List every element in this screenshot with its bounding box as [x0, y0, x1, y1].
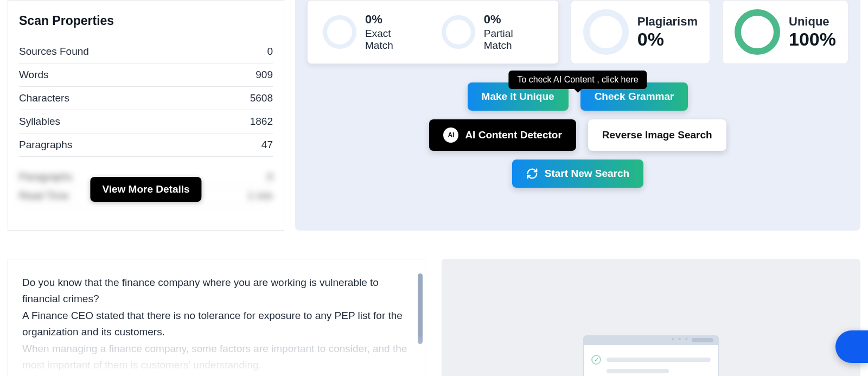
content-paragraph: When managing a finance company, some fa… — [22, 341, 411, 374]
check-icon: ✓ — [591, 355, 601, 365]
scan-properties-title: Scan Properties — [19, 14, 273, 28]
prop-label: Paragraphs — [19, 139, 72, 151]
blurred-value: 1 min — [248, 190, 273, 202]
partial-match-stat: 0% Partial Match — [442, 12, 543, 52]
progress-ring-icon — [442, 15, 475, 49]
progress-ring-icon — [583, 9, 629, 55]
result-placeholder-panel: ✓ — [442, 259, 860, 376]
exact-match-stat: 0% Exact Match — [323, 12, 421, 52]
browser-mock-illustration: ✓ — [583, 335, 719, 376]
refresh-icon — [526, 168, 538, 180]
ai-detector-tooltip: To check AI Content , click here — [508, 71, 647, 89]
plagiarism-label: Plagiarism — [637, 15, 698, 29]
reverse-image-search-button[interactable]: Reverse Image Search — [588, 119, 726, 151]
blurred-value: 0 — [267, 171, 273, 183]
ai-content-detector-button[interactable]: AI AI Content Detector — [429, 119, 576, 151]
start-new-search-button[interactable]: Start New Search — [512, 160, 643, 188]
view-more-details-button[interactable]: View More Details — [90, 177, 201, 202]
content-text-panel[interactable]: Do you know that the finance company whe… — [8, 259, 425, 376]
prop-label: Syllables — [19, 116, 60, 128]
prop-row-sources: Sources Found 0 — [19, 40, 273, 63]
blurred-label: Paragraphs — [19, 171, 72, 183]
scan-properties-panel: Scan Properties Sources Found 0 Words 90… — [8, 0, 284, 231]
match-card: 0% Exact Match 0% Partial Match — [307, 0, 559, 64]
content-paragraph: Do you know that the finance company whe… — [22, 275, 411, 308]
prop-value: 5608 — [250, 92, 273, 104]
prop-row-paragraphs: Paragraphs 47 — [19, 133, 273, 157]
content-paragraph: A Finance CEO stated that there is no to… — [22, 308, 411, 341]
prop-value: 47 — [261, 139, 273, 151]
actions-area: Make it Unique Check Grammar To check AI… — [307, 82, 848, 188]
prop-label: Words — [19, 69, 49, 81]
ai-icon: AI — [443, 128, 458, 143]
prop-value: 1862 — [250, 116, 273, 128]
chat-bubble-button[interactable] — [835, 330, 868, 363]
prop-row-syllables: Syllables 1862 — [19, 110, 273, 133]
exact-match-label: Exact Match — [365, 28, 421, 52]
prop-row-characters: Characters 5608 — [19, 87, 273, 110]
prop-row-words: Words 909 — [19, 63, 273, 87]
locked-details-zone: Paragraphs 0 Read Time 1 min View More D… — [19, 168, 273, 211]
scrollbar-thumb[interactable] — [418, 273, 423, 344]
start-new-label: Start New Search — [545, 168, 629, 180]
ai-detector-label: AI Content Detector — [465, 129, 561, 141]
plagiarism-pct: 0% — [637, 29, 698, 50]
exact-match-pct: 0% — [365, 12, 421, 27]
partial-match-label: Partial Match — [484, 28, 543, 52]
results-area: 0% Exact Match 0% Partial Match Plagiari… — [295, 0, 860, 231]
plagiarism-stat: Plagiarism 0% — [571, 0, 710, 64]
partial-match-pct: 0% — [484, 12, 543, 27]
unique-pct: 100% — [789, 29, 836, 50]
prop-value: 0 — [267, 46, 273, 58]
prop-label: Characters — [19, 92, 69, 104]
prop-label: Sources Found — [19, 46, 89, 58]
unique-label: Unique — [789, 15, 836, 29]
unique-stat: Unique 100% — [722, 0, 848, 64]
blurred-label: Read Time — [19, 190, 69, 202]
progress-ring-icon — [323, 15, 356, 49]
progress-ring-icon — [735, 9, 780, 55]
prop-value: 909 — [256, 69, 273, 81]
